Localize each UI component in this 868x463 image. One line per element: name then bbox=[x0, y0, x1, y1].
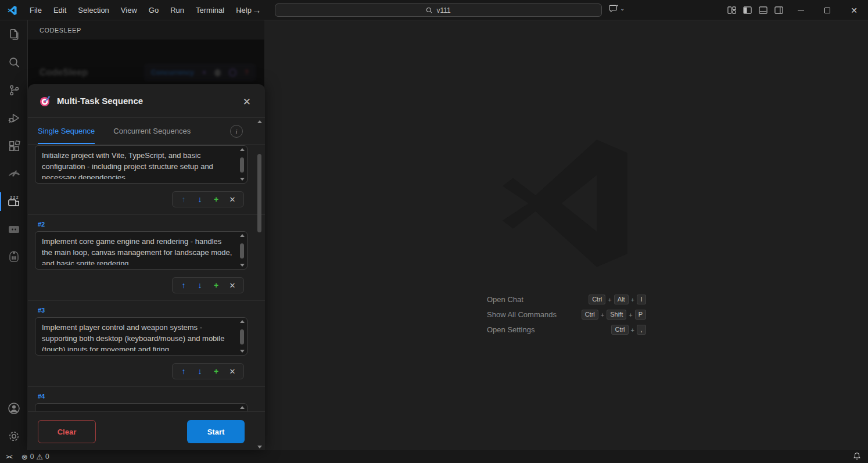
menu-bar: File Edit Selection View Go Run Terminal… bbox=[24, 0, 257, 20]
dialog-scrollbar-thumb[interactable] bbox=[257, 154, 261, 232]
move-up-button[interactable]: ↑ bbox=[177, 279, 190, 292]
run-and-debug-icon[interactable] bbox=[0, 104, 28, 132]
maximize-button[interactable] bbox=[814, 0, 841, 20]
sidebar-title: CODESLEEP bbox=[40, 27, 81, 34]
problems-indicator[interactable]: ⊗ 0 ⚠ 0 bbox=[18, 453, 53, 461]
search-panel-icon[interactable] bbox=[0, 48, 28, 76]
task-textarea-3[interactable]: Implement player control and weapon syst… bbox=[35, 317, 248, 356]
info-icon[interactable]: i bbox=[230, 125, 243, 138]
dialog-footer: Clear Start bbox=[28, 411, 265, 450]
keycap: Ctrl bbox=[611, 325, 628, 335]
toggle-secondary-sidebar-icon[interactable] bbox=[774, 6, 783, 15]
keycap: I bbox=[637, 295, 646, 304]
editor-area: Open Chat Ctrl+ Alt+ I Show All Commands… bbox=[264, 20, 868, 450]
add-task-button[interactable]: + bbox=[210, 365, 223, 378]
textarea-scrollbar[interactable] bbox=[238, 147, 246, 182]
chevron-down-icon: ⌄ bbox=[620, 5, 625, 12]
task-controls-3: ↑ ↓ + ✕ bbox=[172, 363, 244, 379]
textarea-scrollbar[interactable] bbox=[238, 319, 246, 354]
shortcut-label: Open Chat bbox=[487, 295, 523, 304]
keycap: P bbox=[635, 310, 646, 320]
textarea-scrollbar[interactable] bbox=[238, 233, 246, 268]
start-button[interactable]: Start bbox=[187, 420, 245, 443]
task-list: Initialize project with Vite, TypeScript… bbox=[28, 145, 265, 412]
move-down-button[interactable]: ↓ bbox=[193, 279, 206, 292]
clear-button[interactable]: Clear bbox=[38, 420, 96, 443]
move-up-button[interactable]: ↑ bbox=[177, 365, 190, 378]
menu-file[interactable]: File bbox=[24, 4, 47, 16]
toggle-primary-sidebar-icon[interactable] bbox=[743, 6, 752, 15]
add-task-button[interactable]: + bbox=[210, 193, 223, 206]
activity-bar: zzz bbox=[0, 20, 28, 450]
dialog-header: Multi-Task Sequence ✕ bbox=[28, 84, 265, 118]
command-center-search[interactable]: v111 bbox=[275, 3, 602, 17]
extensions-icon[interactable] bbox=[0, 132, 28, 160]
task-divider bbox=[28, 214, 265, 215]
source-control-icon[interactable] bbox=[0, 76, 28, 104]
task-controls-2: ↑ ↓ + ✕ bbox=[172, 277, 244, 293]
account-icon[interactable] bbox=[0, 394, 28, 422]
task-number: #4 bbox=[38, 393, 248, 400]
vscode-watermark-logo bbox=[491, 131, 642, 276]
remove-task-button[interactable]: ✕ bbox=[226, 365, 239, 378]
search-value: v111 bbox=[436, 6, 450, 15]
task-number: #3 bbox=[38, 307, 248, 314]
dialog-tabs: Single Sequence Concurrent Sequences bbox=[28, 118, 265, 145]
move-down-button[interactable]: ↓ bbox=[193, 193, 206, 206]
screencast-extension-icon[interactable] bbox=[0, 216, 28, 243]
target-emoji-icon bbox=[40, 95, 51, 107]
move-down-button[interactable]: ↓ bbox=[193, 365, 206, 378]
dialog-close-icon[interactable]: ✕ bbox=[243, 96, 251, 108]
move-up-button[interactable]: ↑ bbox=[177, 193, 190, 206]
copilot-menu[interactable]: ⌄ bbox=[609, 4, 625, 13]
customize-layout-icon[interactable] bbox=[727, 6, 736, 15]
keycap: Shift bbox=[607, 310, 626, 320]
explorer-icon[interactable] bbox=[0, 20, 28, 48]
task-controls-1: ↑ ↓ + ✕ bbox=[172, 191, 244, 207]
task-textarea-2[interactable]: Implement core game engine and rendering… bbox=[35, 231, 248, 270]
menu-edit[interactable]: Edit bbox=[48, 4, 71, 16]
window-close-button[interactable]: ✕ bbox=[841, 0, 867, 20]
task-textarea-1[interactable]: Initialize project with Vite, TypeScript… bbox=[35, 145, 248, 184]
task-divider bbox=[28, 300, 265, 301]
notifications-bell-icon[interactable] bbox=[846, 452, 868, 462]
error-icon: ⊗ bbox=[21, 453, 28, 461]
status-bar: >< ⊗ 0 ⚠ 0 bbox=[0, 450, 868, 463]
add-task-button[interactable]: + bbox=[210, 279, 223, 292]
robot-extension-icon[interactable] bbox=[0, 243, 28, 271]
keycap: Alt bbox=[614, 295, 629, 304]
keycap: Ctrl bbox=[582, 310, 598, 320]
warning-count: 0 bbox=[45, 453, 49, 461]
minimize-button[interactable] bbox=[787, 0, 814, 20]
dialog-title: Multi-Task Sequence bbox=[57, 96, 143, 106]
remove-task-button[interactable]: ✕ bbox=[226, 193, 239, 206]
shortcut-row: Open Settings Ctrl+ , bbox=[487, 324, 646, 335]
error-count: 0 bbox=[30, 453, 34, 461]
back-arrow-icon[interactable]: ← bbox=[237, 5, 246, 16]
settings-gear-icon[interactable] bbox=[0, 422, 28, 450]
kangaroo-extension-icon[interactable] bbox=[0, 160, 28, 188]
vscode-logo-icon bbox=[7, 5, 17, 16]
toggle-panel-icon[interactable] bbox=[759, 6, 767, 15]
titlebar: File Edit Selection View Go Run Terminal… bbox=[0, 0, 868, 20]
keybinding-hints: Open Chat Ctrl+ Alt+ I Show All Commands… bbox=[487, 294, 646, 335]
menu-view[interactable]: View bbox=[116, 4, 142, 16]
codesleep-icon[interactable]: zzz bbox=[0, 188, 28, 216]
menu-go[interactable]: Go bbox=[144, 4, 164, 16]
remote-indicator-icon[interactable]: >< bbox=[0, 453, 18, 460]
remove-task-button[interactable]: ✕ bbox=[226, 279, 239, 292]
forward-arrow-icon[interactable]: → bbox=[252, 5, 261, 16]
tab-concurrent-sequences[interactable]: Concurrent Sequences bbox=[113, 118, 191, 144]
tab-single-sequence[interactable]: Single Sequence bbox=[38, 118, 95, 144]
shortcut-row: Show All Commands Ctrl+ Shift+ P bbox=[487, 309, 646, 320]
keycap: , bbox=[637, 325, 646, 335]
copilot-chat-icon bbox=[609, 4, 619, 13]
warning-icon: ⚠ bbox=[36, 453, 43, 461]
shortcut-label: Open Settings bbox=[487, 325, 535, 334]
task-divider bbox=[28, 386, 265, 387]
menu-run[interactable]: Run bbox=[165, 4, 189, 16]
menu-selection[interactable]: Selection bbox=[73, 4, 114, 16]
zzz-glyph: zzz bbox=[10, 195, 19, 200]
task-number: #2 bbox=[38, 221, 248, 228]
menu-terminal[interactable]: Terminal bbox=[191, 4, 229, 16]
